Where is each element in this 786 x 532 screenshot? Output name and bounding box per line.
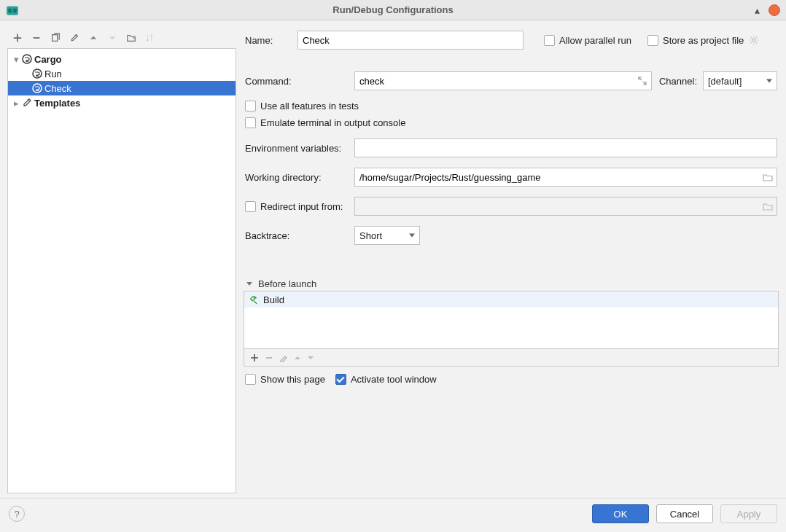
checkbox-icon — [245, 101, 256, 112]
move-up-button[interactable] — [86, 31, 101, 45]
svg-point-5 — [23, 55, 31, 63]
tree-node-check[interactable]: Check — [8, 81, 236, 95]
use-all-features-checkbox[interactable]: Use all features in tests — [245, 101, 359, 112]
svg-point-7 — [33, 84, 42, 93]
titlebar: Run/Debug Configurations ▴ — [0, 0, 786, 20]
tree-node-templates[interactable]: ▸ Templates — [8, 95, 236, 110]
apply-button: Apply — [720, 504, 777, 523]
activate-tool-label: Activate tool window — [351, 374, 437, 385]
add-task-button[interactable] — [250, 353, 259, 362]
checkbox-icon — [544, 35, 555, 46]
name-input[interactable] — [297, 31, 524, 50]
tree-label-templates: Templates — [34, 98, 80, 109]
edit-templates-button[interactable] — [67, 31, 82, 45]
cancel-button[interactable]: Cancel — [656, 504, 713, 523]
before-launch-toolbar — [244, 349, 779, 367]
tree-label-check: Check — [44, 83, 71, 94]
copy-config-button[interactable] — [48, 31, 63, 45]
allow-parallel-label: Allow parallel run — [559, 35, 631, 46]
svg-rect-1 — [8, 8, 12, 12]
ok-button[interactable]: OK — [592, 504, 649, 523]
folder-button[interactable] — [124, 31, 139, 45]
app-icon — [6, 4, 19, 17]
chevron-down-icon[interactable]: ▾ — [11, 54, 21, 65]
before-launch-header[interactable]: Before launch — [244, 278, 779, 289]
checkbox-icon — [647, 35, 658, 46]
show-page-label: Show this page — [260, 374, 325, 385]
redirect-input-field — [354, 197, 777, 216]
svg-rect-2 — [13, 8, 17, 12]
rust-icon — [31, 82, 43, 94]
checkbox-icon — [335, 374, 346, 385]
config-toolbar — [7, 28, 236, 48]
titlebar-caret-up-icon[interactable]: ▴ — [755, 4, 760, 16]
add-config-button[interactable] — [10, 31, 25, 45]
checkbox-icon — [245, 201, 256, 212]
name-label: Name: — [245, 35, 287, 46]
working-dir-label: Working directory: — [245, 172, 354, 183]
remove-config-button[interactable] — [29, 31, 44, 45]
tree-label-run: Run — [44, 69, 62, 79]
config-tree[interactable]: ▾ Cargo Run Check ▸ Templates — [7, 48, 236, 493]
remove-task-button[interactable] — [265, 353, 273, 362]
store-project-label: Store as project file — [663, 35, 744, 46]
chevron-down-icon — [766, 79, 772, 83]
svg-rect-3 — [52, 35, 58, 42]
store-project-checkbox[interactable]: Store as project file — [647, 35, 744, 46]
command-input[interactable] — [354, 71, 652, 90]
channel-select[interactable]: [default] — [703, 71, 777, 90]
redirect-input-checkbox[interactable]: Redirect input from: — [245, 201, 354, 212]
before-launch-label: Before launch — [258, 278, 316, 289]
chevron-down-icon — [409, 234, 415, 238]
before-launch-list[interactable]: Build — [244, 291, 779, 349]
build-label: Build — [263, 294, 284, 305]
chevron-down-icon — [246, 282, 252, 286]
svg-point-6 — [33, 69, 42, 78]
wrench-icon — [21, 97, 33, 109]
channel-value: [default] — [708, 76, 742, 87]
show-page-checkbox[interactable]: Show this page — [245, 374, 325, 385]
working-dir-input[interactable] — [354, 168, 777, 187]
redirect-input-label: Redirect input from: — [260, 201, 343, 212]
tree-label-cargo: Cargo — [34, 54, 62, 65]
tree-node-run[interactable]: Run — [8, 66, 236, 81]
edit-task-button[interactable] — [279, 353, 288, 362]
backtrace-value: Short — [359, 230, 382, 241]
allow-parallel-checkbox[interactable]: Allow parallel run — [544, 35, 631, 46]
emulate-terminal-label: Emulate terminal in output console — [260, 117, 405, 128]
checkbox-icon — [245, 374, 256, 385]
move-task-down-button[interactable] — [307, 354, 314, 361]
form-panel: Name: Allow parallel run Store as projec… — [244, 28, 779, 493]
env-vars-input[interactable] — [354, 138, 777, 157]
backtrace-select[interactable]: Short — [354, 226, 420, 245]
activate-tool-checkbox[interactable]: Activate tool window — [335, 374, 437, 385]
window-title: Run/Debug Configurations — [332, 4, 453, 15]
rust-icon — [31, 68, 43, 79]
svg-point-8 — [752, 39, 755, 42]
checkbox-icon — [245, 117, 256, 128]
sort-button[interactable] — [143, 31, 157, 45]
command-label: Command: — [245, 76, 354, 87]
gear-icon[interactable] — [747, 33, 761, 47]
configurations-panel: ▾ Cargo Run Check ▸ Templates — [7, 28, 236, 493]
backtrace-label: Backtrace: — [245, 230, 354, 241]
env-vars-label: Environment variables: — [245, 143, 354, 154]
chevron-right-icon[interactable]: ▸ — [11, 98, 21, 109]
channel-label: Channel: — [659, 76, 697, 87]
use-all-features-label: Use all features in tests — [260, 101, 359, 112]
svg-point-4 — [71, 40, 73, 42]
window-close-button[interactable] — [769, 4, 780, 16]
hammer-icon — [249, 294, 259, 305]
tree-node-cargo[interactable]: ▾ Cargo — [8, 52, 236, 66]
emulate-terminal-checkbox[interactable]: Emulate terminal in output console — [245, 117, 405, 128]
help-button[interactable]: ? — [9, 506, 25, 522]
move-down-button[interactable] — [105, 31, 120, 45]
dialog-footer: ? OK Cancel Apply — [0, 498, 786, 532]
move-task-up-button[interactable] — [294, 354, 301, 361]
list-item[interactable]: Build — [244, 292, 778, 308]
rust-icon — [21, 53, 33, 65]
